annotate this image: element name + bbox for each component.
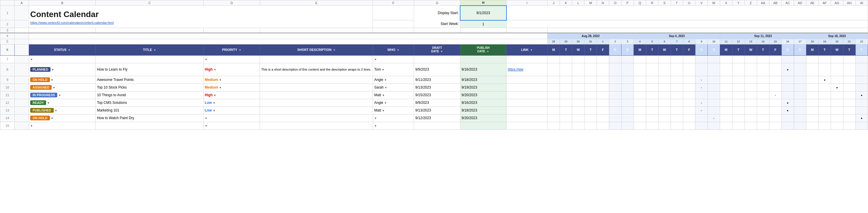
col-letter-a: A (14, 0, 29, 6)
status-cell-12: READY ▼ (29, 99, 95, 107)
status-cell-8: PLANNED ▼ (29, 63, 95, 76)
col-letter-e: E (260, 0, 373, 6)
status-badge-14: ON HOLD (30, 116, 50, 120)
cal-week-aug28: Aug 28, 2023 (548, 33, 634, 39)
publish-date-8: 9/16/2023 (460, 63, 506, 76)
status-cell-13: PUBLISHED ▼ (29, 107, 95, 114)
who-cell-11: Matt ▼ (373, 91, 414, 99)
priority-cell-8: High ▼ (204, 63, 260, 76)
col-letter-c: C (96, 0, 204, 6)
header-priority: PRIORITY ▼ (204, 44, 260, 55)
data-row-8: 8 PLANNED ▼ How to Learn to Fly High ▼ T… (0, 63, 868, 76)
who-cell-14: ▼ (373, 114, 414, 122)
rownum-1: 1 (0, 6, 15, 20)
rownum-2: 2 (0, 20, 15, 28)
start-week-value[interactable]: 1 (460, 20, 506, 28)
data-row-13: 13 PUBLISHED ▼ Marketing 101 Low ▼ Matt … (0, 107, 868, 114)
display-start-value[interactable]: 9/1/2023 (460, 6, 506, 20)
publish-date-9: 9/18/2023 (460, 76, 506, 84)
cell-a1 (14, 6, 29, 20)
draft-date-10: 9/13/2023 (414, 84, 460, 91)
draft-date-9: 9/11/2023 (414, 76, 460, 84)
data-row-14: 14 ON HOLD ▼ How to Watch Paint Dry ▼ ▼ … (0, 114, 868, 122)
desc-cell-8: This is a short description of this cont… (260, 63, 373, 76)
link-row: 2 https://www.vertex42.com/calendars/con… (0, 20, 868, 28)
who-cell-9: Angie ▼ (373, 76, 414, 84)
header-shortdesc: SHORT DESCRIPTION ▼ (260, 44, 373, 55)
draft-date-12: 9/9/2023 (414, 99, 460, 107)
col-letter-d: D (204, 0, 260, 6)
status-badge-9: ON HOLD (30, 77, 50, 82)
cal-week-sep18: Sep 18, 2023 (806, 33, 868, 39)
data-row-12: 12 READY ▼ Top CMS Solutions Low ▼ Angie… (0, 99, 868, 107)
cell-a2 (14, 20, 29, 28)
status-badge-10: ASSIGNED (30, 85, 52, 90)
publish-date-11: 9/20/2023 (460, 91, 506, 99)
header-status: STATUS ▼ (29, 44, 95, 55)
status-badge-12: READY (30, 100, 46, 105)
title-row: 1 Content Calendar Display Start: 9/1/20… (0, 6, 868, 20)
cell-rest-row2 (506, 20, 868, 28)
draft-date-11: 9/15/2023 (414, 91, 460, 99)
spreadsheet-link[interactable]: https://www.vertex42.com/calendars/conte… (29, 20, 373, 28)
title-cell-12: Top CMS Solutions (96, 99, 204, 107)
spreadsheet-title: Content Calendar (29, 6, 373, 20)
cal-week-label-row: 4 Aug 28, 2023 Sep 4, 2023 Sep 11, 2023 … (0, 33, 868, 39)
col-letter-i: I (506, 0, 548, 6)
freeze-row: 3 (0, 28, 868, 33)
who-cell-12: Angie ▼ (373, 99, 414, 107)
who-cell-8: Tom ▼ (373, 63, 414, 76)
draft-date-14: 9/12/2023 (414, 114, 460, 122)
data-row-9: 9 ON HOLD ▼ Awesome Travel Points Medium… (0, 76, 868, 84)
header-publishdate: PUBLISHDATE ▼ (460, 44, 506, 55)
col-letter-g: G (414, 0, 460, 6)
header-title: TITLE ▼ (96, 44, 204, 55)
status-badge-8: PLANNED (30, 67, 51, 72)
publish-date-10: 9/19/2023 (460, 84, 506, 91)
priority-cell-13: Low ▼ (204, 107, 260, 114)
col-letter-h: H (460, 0, 506, 6)
col-letter-f: F (373, 0, 414, 6)
data-row-11: 11 IN PROGRESS ▼ 10 Things to Avoid High… (0, 91, 868, 99)
title-cell-13: Marketing 101 (96, 107, 204, 114)
cell-f2 (373, 20, 414, 28)
status-cell-11: IN PROGRESS ▼ (29, 91, 95, 99)
publish-date-13: 9/18/2023 (460, 107, 506, 114)
priority-cell-10: Medium ▼ (204, 84, 260, 91)
display-start-label: Display Start: (414, 6, 460, 20)
spreadsheet: A B C D E F G H I J K L M N O P Q R S T … (0, 0, 868, 130)
who-cell-13: Matt ▼ (373, 107, 414, 114)
cal-week-sep11: Sep 11, 2023 (720, 33, 806, 39)
title-cell-9: Awesome Travel Points (96, 76, 204, 84)
who-cell-10: Sarah ▼ (373, 84, 414, 91)
header-draftdate: DRAFTDATE ▼ (414, 44, 460, 55)
column-letters-row: A B C D E F G H I J K L M N O P Q R S T … (0, 0, 868, 6)
publish-date-12: 9/16/2023 (460, 99, 506, 107)
title-cell-8: How to Learn to Fly (96, 63, 204, 76)
corner-cell (0, 0, 15, 6)
data-row-15: 15 ▼ ▼ ▼ (0, 122, 868, 129)
status-cell-9: ON HOLD ▼ (29, 76, 95, 84)
priority-cell-9: Medium ▼ (204, 76, 260, 84)
draft-date-13: 9/13/2023 (414, 107, 460, 114)
column-header-row: 6 STATUS ▼ TITLE ▼ PRIORITY ▼ SHORT DESC… (0, 44, 868, 55)
priority-cell-11: High ▼ (204, 91, 260, 99)
draft-date-8: 9/9/2023 (414, 63, 460, 76)
data-row-10: 10 ASSIGNED ▼ Top 10 Stock Picks Medium … (0, 84, 868, 91)
link-cell-8[interactable]: https://ww (506, 63, 548, 76)
publish-date-14: 9/20/2023 (460, 114, 506, 122)
cell-rest-row1 (506, 6, 868, 20)
data-row-7: 7 ▼ ▼ ▼ (0, 55, 868, 63)
status-cell-10: ASSIGNED ▼ (29, 84, 95, 91)
header-who: WHO ▼ (373, 44, 414, 55)
header-link: LINK ▼ (506, 44, 548, 55)
title-cell-11: 10 Things to Avoid (96, 91, 204, 99)
cal-daynum-row: 5 28 29 30 31 1 2 3 4 5 6 7 8 9 10 11 12… (0, 39, 868, 44)
priority-cell-14: ▼ (204, 114, 260, 122)
start-week-label: Start Week: (414, 20, 460, 28)
cal-week-sep4: Sep 4, 2023 (634, 33, 720, 39)
col-letter-b: B (29, 0, 95, 6)
priority-cell-12: Low ▼ (204, 99, 260, 107)
status-badge-11: IN PROGRESS (30, 93, 57, 97)
status-badge-13: PUBLISHED (30, 108, 54, 113)
